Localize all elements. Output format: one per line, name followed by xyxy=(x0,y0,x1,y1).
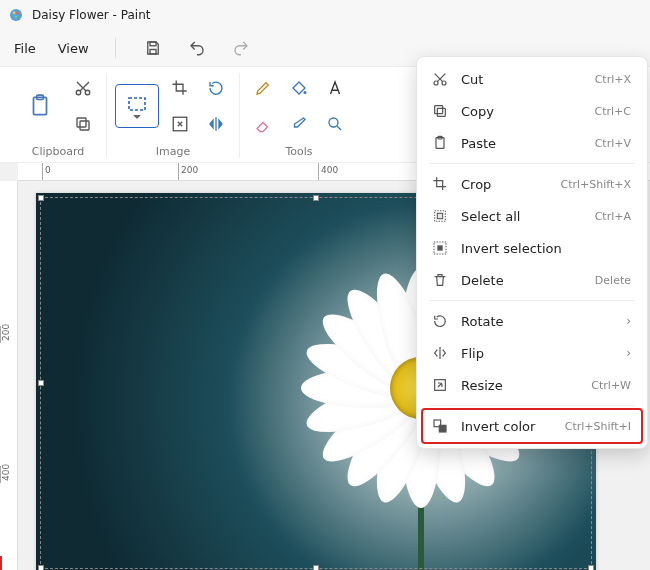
ctx-label: Crop xyxy=(461,177,548,192)
svg-point-0 xyxy=(10,9,22,21)
text-tool[interactable] xyxy=(320,73,350,103)
redo-icon[interactable] xyxy=(230,37,252,59)
ctx-invert-selection[interactable]: Invert selection xyxy=(423,232,641,264)
menu-file[interactable]: File xyxy=(14,41,36,56)
cut-button[interactable] xyxy=(68,73,98,103)
svg-point-3 xyxy=(15,16,18,19)
menu-view[interactable]: View xyxy=(58,41,89,56)
flip-icon xyxy=(431,344,449,362)
scissors-icon xyxy=(431,70,449,88)
copy-icon xyxy=(431,102,449,120)
selection-tool-button[interactable] xyxy=(115,84,159,128)
title-bar: Daisy Flower - Paint xyxy=(0,0,650,30)
flip-button[interactable] xyxy=(201,109,231,139)
svg-rect-18 xyxy=(437,108,445,116)
separator xyxy=(115,38,116,58)
ctx-shortcut: Ctrl+A xyxy=(595,210,631,223)
context-menu: Cut Ctrl+X Copy Ctrl+C Paste Ctrl+V Crop… xyxy=(416,56,648,449)
window-title: Daisy Flower - Paint xyxy=(32,8,150,22)
svg-rect-5 xyxy=(150,50,156,55)
ctx-label: Cut xyxy=(461,72,583,87)
ruler-v-tick xyxy=(0,556,2,570)
ctx-delete[interactable]: Delete Delete xyxy=(423,264,641,296)
resize-button[interactable] xyxy=(165,109,195,139)
ctx-shortcut: Ctrl+Shift+I xyxy=(565,420,631,433)
ctx-label: Resize xyxy=(461,378,579,393)
ctx-paste[interactable]: Paste Ctrl+V xyxy=(423,127,641,159)
ruler-h-tick: 400 xyxy=(318,163,338,180)
invert-color-icon xyxy=(431,417,449,435)
trash-icon xyxy=(431,271,449,289)
rotate-icon xyxy=(431,312,449,330)
ctx-shortcut: Delete xyxy=(595,274,631,287)
ctx-label: Invert color xyxy=(461,419,553,434)
color-picker-tool[interactable] xyxy=(284,109,314,139)
ctx-shortcut: Ctrl+C xyxy=(595,105,631,118)
ctx-label: Select all xyxy=(461,209,583,224)
svg-rect-25 xyxy=(437,245,442,250)
ruler-v-tick: 400 xyxy=(0,466,11,483)
ctx-resize[interactable]: Resize Ctrl+W xyxy=(423,369,641,401)
svg-point-14 xyxy=(304,91,307,94)
rotate-button[interactable] xyxy=(201,73,231,103)
paint-app-icon xyxy=(8,7,24,23)
undo-icon[interactable] xyxy=(186,37,208,59)
ctx-shortcut: Ctrl+Shift+X xyxy=(560,178,631,191)
ruler-vertical: 200 400 600 xyxy=(0,181,18,570)
eraser-tool[interactable] xyxy=(248,109,278,139)
ribbon-label-tools: Tools xyxy=(285,145,312,158)
ruler-h-tick: 200 xyxy=(178,163,198,180)
svg-point-15 xyxy=(329,118,338,127)
ctx-copy[interactable]: Copy Ctrl+C xyxy=(423,95,641,127)
svg-point-1 xyxy=(13,12,16,15)
chevron-right-icon: › xyxy=(626,314,631,328)
svg-rect-12 xyxy=(129,98,145,110)
svg-rect-11 xyxy=(77,118,86,127)
ctx-label: Delete xyxy=(461,273,583,288)
crop-button[interactable] xyxy=(165,73,195,103)
ribbon-label-clipboard: Clipboard xyxy=(32,145,85,158)
svg-rect-19 xyxy=(435,106,443,114)
invert-selection-icon xyxy=(431,239,449,257)
ribbon-group-image: Image xyxy=(106,73,239,158)
ctx-cut[interactable]: Cut Ctrl+X xyxy=(423,63,641,95)
magnifier-tool[interactable] xyxy=(320,109,350,139)
ribbon-label-image: Image xyxy=(156,145,190,158)
ribbon-group-tools: Tools xyxy=(239,73,358,158)
menu-divider xyxy=(429,163,635,164)
chevron-right-icon: › xyxy=(626,346,631,360)
paste-button[interactable] xyxy=(18,84,62,128)
ctx-flip[interactable]: Flip › xyxy=(423,337,641,369)
clipboard-icon xyxy=(431,134,449,152)
crop-icon xyxy=(431,175,449,193)
ctx-shortcut: Ctrl+V xyxy=(595,137,631,150)
select-all-icon xyxy=(431,207,449,225)
ctx-invert-color[interactable]: Invert color Ctrl+Shift+I xyxy=(423,410,641,442)
svg-rect-23 xyxy=(437,213,442,218)
copy-button[interactable] xyxy=(68,109,98,139)
svg-rect-4 xyxy=(150,42,156,46)
ctx-label: Invert selection xyxy=(461,241,631,256)
svg-rect-10 xyxy=(80,121,89,130)
ctx-rotate[interactable]: Rotate › xyxy=(423,305,641,337)
ctx-select-all[interactable]: Select all Ctrl+A xyxy=(423,200,641,232)
menu-divider xyxy=(429,300,635,301)
svg-point-2 xyxy=(17,12,20,15)
svg-rect-28 xyxy=(439,425,446,432)
save-icon[interactable] xyxy=(142,37,164,59)
ctx-shortcut: Ctrl+W xyxy=(591,379,631,392)
ctx-crop[interactable]: Crop Ctrl+Shift+X xyxy=(423,168,641,200)
ctx-label: Copy xyxy=(461,104,583,119)
ruler-v-tick: 200 xyxy=(0,326,11,343)
ctx-label: Flip xyxy=(461,346,614,361)
menu-divider xyxy=(429,405,635,406)
ruler-h-tick: 0 xyxy=(42,163,51,180)
ctx-label: Rotate xyxy=(461,314,614,329)
ctx-shortcut: Ctrl+X xyxy=(595,73,631,86)
resize-icon xyxy=(431,376,449,394)
ctx-label: Paste xyxy=(461,136,583,151)
fill-tool[interactable] xyxy=(284,73,314,103)
ribbon-group-clipboard: Clipboard xyxy=(10,73,106,158)
pencil-tool[interactable] xyxy=(248,73,278,103)
